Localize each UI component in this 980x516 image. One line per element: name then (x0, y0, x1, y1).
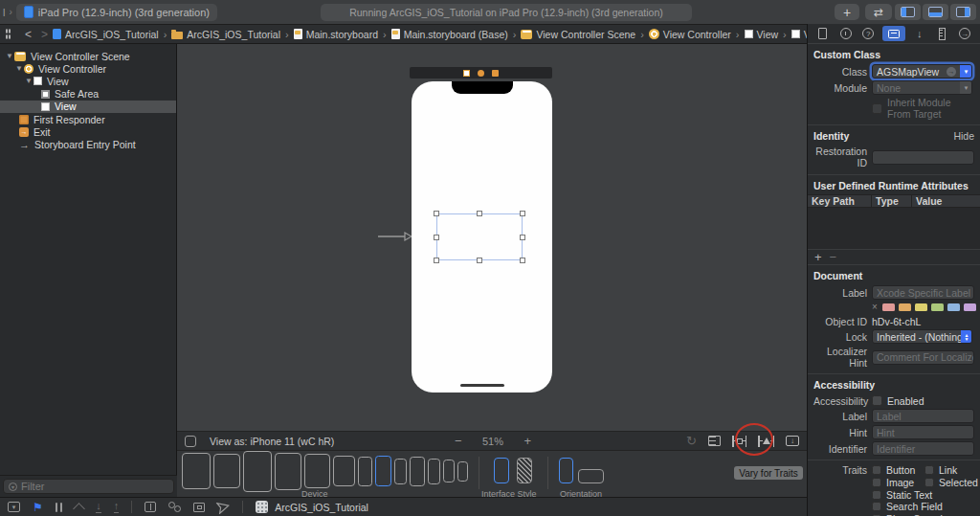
runtime-attributes-table[interactable] (808, 208, 980, 250)
color-swatch-yellow[interactable] (915, 303, 927, 311)
add-new-constraints-icon[interactable] (732, 436, 746, 447)
outline-row-view-controller[interactable]: ▼ View Controller (0, 62, 176, 75)
add-attribute-button[interactable]: + (814, 250, 822, 264)
accessibility-enabled-checkbox[interactable] (872, 395, 882, 406)
restoration-id-field[interactable] (872, 150, 974, 165)
resize-handle[interactable] (477, 211, 482, 216)
breadcrumb-project[interactable]: ArcGIS_iOS_Tutorial (53, 29, 159, 40)
first-responder-dock-icon[interactable] (478, 70, 484, 77)
outline-row-first-responder[interactable]: First Responder (0, 113, 176, 125)
breadcrumb-group[interactable]: ArcGIS_iOS_Tutorial (171, 29, 280, 40)
iphone-canvas[interactable] (412, 81, 552, 393)
debug-hierarchy-icon[interactable] (168, 502, 181, 512)
outline-row-safe-area[interactable]: Safe Area (0, 88, 176, 101)
breadcrumb-view[interactable]: View (745, 29, 779, 40)
device-ipad-icon[interactable] (182, 453, 211, 489)
outline-row-entry-point[interactable]: → Storyboard Entry Point (0, 138, 176, 150)
interface-style-light-icon[interactable] (494, 458, 509, 483)
outline-row-view[interactable]: ▼ View (0, 75, 176, 87)
swatch-clear-button[interactable]: × (872, 302, 878, 312)
step-into-icon[interactable]: ↓ (96, 501, 101, 513)
color-swatch-orange[interactable] (899, 303, 911, 311)
resize-handle[interactable] (434, 211, 439, 216)
resize-handle[interactable] (520, 211, 525, 216)
storyboard-canvas[interactable] (177, 44, 807, 431)
device-iphone-icon[interactable] (428, 459, 440, 484)
device-ipad-icon[interactable] (275, 453, 301, 490)
run-destination-chip[interactable]: iPad Pro (12.9-inch) (3rd generation) (16, 4, 217, 21)
related-items-icon[interactable] (6, 29, 11, 39)
zoom-in-button[interactable]: + (523, 434, 531, 448)
resize-handle[interactable] (477, 258, 482, 263)
orientation-portrait-icon[interactable] (559, 458, 573, 483)
breakpoint-filter-icon[interactable]: ▾ (8, 502, 20, 512)
size-inspector-tab[interactable] (933, 26, 950, 41)
selected-map-view[interactable] (436, 213, 523, 260)
color-swatch-green[interactable] (931, 303, 944, 311)
device-iphone-icon[interactable] (443, 460, 455, 482)
quick-help-tab[interactable]: ? (859, 26, 877, 41)
vary-for-traits-button[interactable]: Vary for Traits (734, 466, 803, 480)
version-editor-button[interactable]: ⇄ (865, 4, 892, 20)
forward-button[interactable]: > (41, 28, 48, 41)
inherit-module-checkbox[interactable] (872, 103, 882, 114)
device-ipad-icon[interactable] (213, 454, 240, 488)
trait-selected-checkbox[interactable] (924, 478, 934, 487)
a11y-hint-field[interactable]: Hint (872, 425, 974, 439)
device-iphone-11-icon-selected[interactable] (375, 456, 391, 486)
interface-style-dark-icon[interactable] (517, 458, 532, 483)
breadcrumb-view-controller[interactable]: View Controller (649, 29, 731, 40)
trait-link-checkbox[interactable] (924, 465, 934, 475)
disclosure-triangle-icon[interactable]: ▼ (5, 52, 14, 60)
color-swatch-blue[interactable] (947, 303, 960, 311)
outline-row-subview-selected[interactable]: View (0, 101, 176, 113)
module-field[interactable]: None ▼ (872, 80, 972, 95)
breadcrumb-scene[interactable]: View Controller Scene (521, 29, 635, 40)
device-iphone-icon[interactable] (457, 461, 468, 482)
class-dropdown-icon[interactable]: ▼ (960, 64, 972, 79)
align-icon[interactable] (708, 436, 721, 446)
toggle-debug-area-button[interactable] (923, 4, 948, 20)
update-frames-icon[interactable]: ↻ (686, 435, 697, 447)
connections-inspector-tab[interactable]: → (956, 26, 973, 41)
toggle-navigator-button[interactable] (895, 4, 921, 20)
zoom-level[interactable]: 51% (482, 436, 503, 447)
step-out-icon[interactable]: ↑ (114, 501, 120, 513)
toggle-inspector-button[interactable] (950, 4, 976, 20)
breakpoints-flag-icon[interactable]: ⚑ (33, 502, 43, 513)
view-controller-dock-icon[interactable] (463, 70, 470, 77)
view-debugger-icon[interactable] (145, 502, 156, 512)
class-field[interactable]: AGSMapView → ▼ (872, 64, 972, 79)
module-dropdown-icon[interactable]: ▼ (960, 80, 972, 95)
app-icon[interactable] (256, 501, 268, 513)
breadcrumb-storyboard-base[interactable]: Main.storyboard (Base) (391, 29, 508, 40)
a11y-label-field[interactable]: Label (872, 409, 974, 423)
localizer-hint-field[interactable]: Comment For Localizer (872, 350, 974, 365)
resize-handle[interactable] (520, 235, 525, 240)
pause-icon[interactable] (56, 503, 63, 512)
device-iphone-icon[interactable] (394, 459, 407, 484)
identity-inspector-tab-selected[interactable] (882, 26, 905, 41)
trait-static-text-checkbox[interactable] (872, 490, 881, 500)
device-ipad-icon[interactable] (333, 456, 355, 486)
resize-handle[interactable] (434, 258, 439, 263)
resolve-auto-layout-icon[interactable] (758, 436, 774, 447)
device-iphone-icon[interactable] (358, 457, 372, 486)
jump-to-class-icon[interactable]: → (947, 67, 956, 77)
view-as-label[interactable]: View as: iPhone 11 (wC hR) (210, 436, 334, 447)
running-process-name[interactable]: ArcGIS_iOS_Tutorial (275, 502, 368, 513)
color-swatch-red[interactable] (882, 303, 895, 311)
trait-image-checkbox[interactable] (872, 478, 881, 487)
hide-button[interactable]: Hide (953, 130, 974, 142)
device-iphone-icon[interactable] (410, 457, 425, 486)
filter-input[interactable]: ▾ Filter (3, 479, 174, 494)
document-label-field[interactable]: Xcode Specific Label (872, 285, 974, 300)
outline-row-exit[interactable]: → Exit (0, 125, 176, 138)
device-ipad-icon[interactable] (243, 451, 272, 492)
a11y-identifier-field[interactable]: Identifier (872, 441, 974, 456)
exit-dock-icon[interactable] (492, 70, 499, 77)
resize-handle[interactable] (434, 235, 439, 240)
zoom-out-button[interactable]: − (455, 434, 462, 448)
back-button[interactable]: < (25, 28, 32, 41)
disclosure-triangle-icon[interactable]: ▼ (14, 64, 24, 73)
